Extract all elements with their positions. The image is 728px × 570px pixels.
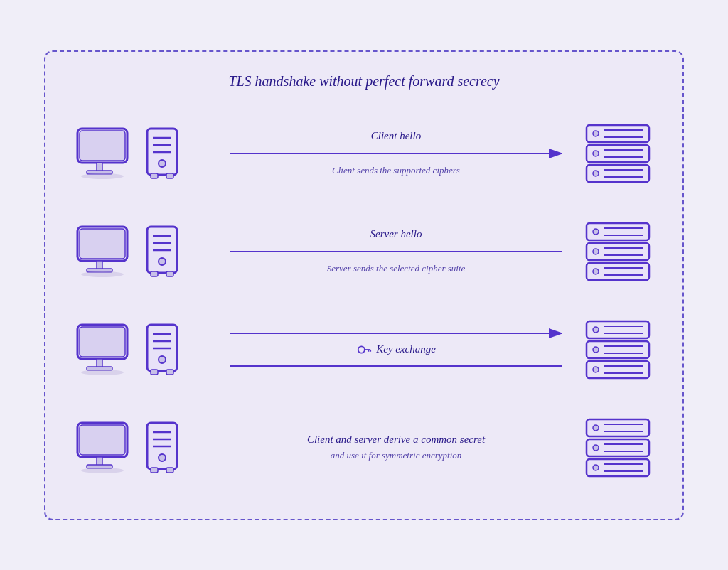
diagram-container: TLS handshake without perfect forward se… [44,50,684,520]
svg-point-57 [81,370,124,375]
row-key-exchange: Key exchange [74,307,654,392]
common-secret-label: Client and server derive a common secret [307,434,485,446]
svg-rect-55 [97,359,102,367]
rows-wrapper: Client hello Client sends the supported … [74,111,654,490]
client-side-1 [74,125,223,182]
client-side-2 [74,223,223,280]
svg-point-78 [593,347,599,353]
server-side-2 [569,220,654,284]
key-icon [356,342,372,357]
svg-point-67 [358,346,365,353]
tower-icon-1 [144,125,183,182]
server-side-4 [569,416,654,480]
svg-rect-37 [151,271,158,276]
server-rack-1 [583,122,654,185]
tower-icon-2 [144,223,183,280]
middle-common-secret: Client and server derive a common secret… [223,434,569,461]
monitor-icon-3 [74,321,138,378]
server-rack-2 [583,220,654,284]
svg-point-50 [593,269,599,274]
common-secret-sub: and use it for symmetric encryption [331,450,462,461]
svg-rect-64 [166,370,173,375]
svg-point-89 [81,468,124,473]
svg-rect-87 [97,457,102,466]
svg-rect-86 [80,425,125,455]
client-hello-label: Client hello [371,130,421,142]
server-rack-4 [583,416,654,480]
row-server-hello: Server hello Server sends the selected c… [74,209,654,294]
svg-rect-29 [97,261,102,269]
svg-point-46 [593,249,599,254]
client-side-4 [74,419,223,476]
svg-point-36 [159,258,166,265]
svg-rect-54 [80,327,125,357]
middle-client-hello: Client hello Client sends the supported … [223,130,569,176]
client-side-3 [74,321,223,378]
diagram-title: TLS handshake without perfect forward se… [74,73,654,90]
svg-rect-2 [97,163,102,171]
svg-rect-28 [80,229,125,259]
svg-rect-11 [166,173,173,178]
svg-point-24 [593,171,599,176]
svg-point-98 [593,425,599,431]
svg-point-9 [159,160,166,167]
svg-rect-96 [166,468,173,473]
arrow-right-1 [230,146,562,161]
arrow-right-ke [230,326,562,340]
key-label-wrap: Key exchange [356,342,436,357]
svg-rect-1 [80,131,125,161]
svg-point-62 [159,356,166,363]
monitor-icon-1 [74,125,138,182]
svg-rect-38 [166,271,173,276]
svg-point-16 [593,131,599,136]
svg-point-20 [593,151,599,156]
arrow-left-1 [230,244,562,259]
svg-point-102 [593,445,599,451]
middle-key-exchange: Key exchange [223,326,569,373]
server-rack-3 [583,318,654,382]
monitor-icon-4 [74,419,138,476]
svg-point-82 [593,367,599,372]
row-client-hello: Client hello Client sends the supported … [74,111,654,196]
svg-point-94 [159,454,166,461]
middle-server-hello: Server hello Server sends the selected c… [223,228,569,274]
server-hello-label: Server hello [370,228,422,240]
key-exchange-label: Key exchange [376,343,436,355]
server-side-1 [569,122,654,185]
svg-point-42 [593,229,599,235]
server-hello-sub: Server sends the selected cipher suite [327,263,466,274]
svg-rect-63 [151,370,158,375]
svg-rect-10 [151,173,158,178]
monitor-icon-2 [74,223,138,280]
row-common-secret: Client and server derive a common secret… [74,405,654,490]
tower-icon-4 [144,419,183,476]
svg-point-106 [593,465,599,470]
svg-point-4 [81,173,124,179]
svg-point-74 [593,327,599,333]
arrow-left-ke [230,359,562,373]
server-side-3 [569,318,654,382]
svg-point-31 [81,271,124,277]
svg-rect-95 [151,468,158,473]
tower-icon-3 [144,321,183,378]
client-hello-sub: Client sends the supported ciphers [332,165,460,176]
